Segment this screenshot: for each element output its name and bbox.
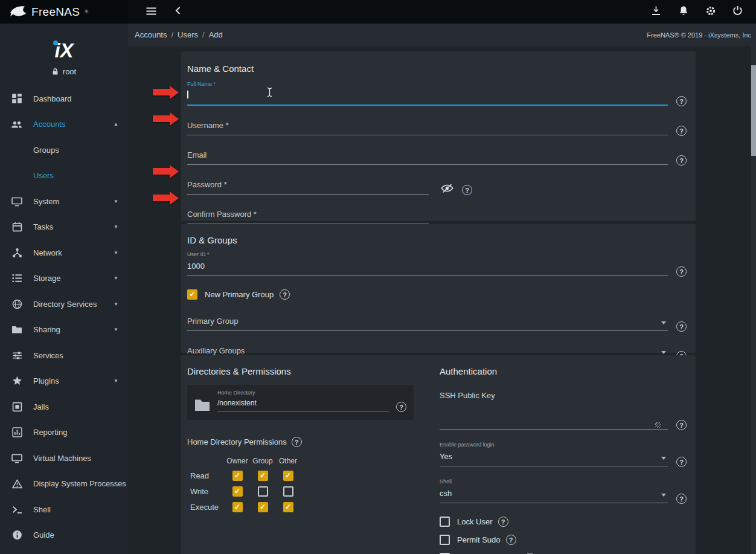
power-icon (732, 5, 743, 18)
sidebar-item-virtual-machines[interactable]: Virtual Machines (0, 445, 128, 471)
username-input[interactable]: Username * (187, 120, 668, 135)
full-name-label: Full Name * (187, 81, 668, 87)
gear-icon (705, 5, 716, 18)
sidebar-item-label: Virtual Machines (33, 454, 118, 463)
sidebar-menu: DashboardAccounts▲GroupsUsersSystem▼Task… (0, 86, 128, 548)
perm-execute-other-checkbox[interactable] (283, 502, 293, 512)
primary-group-select[interactable]: Primary Group (187, 315, 668, 331)
sidebar-item-storage[interactable]: Storage▼ (0, 266, 128, 292)
permit-sudo-checkbox[interactable] (440, 535, 450, 545)
chevron-down-icon: ▼ (114, 327, 118, 332)
sidebar-item-label: System (33, 197, 114, 206)
text-caret (187, 91, 188, 98)
sidebar-item-label: Network (33, 248, 114, 257)
checkbox-label: Permit Sudo (457, 535, 501, 544)
enable-password-login-select[interactable]: Enable password login Yes (440, 442, 668, 466)
username-label: Username * (187, 121, 229, 130)
sidebar-item-label: Dashboard (33, 94, 118, 103)
help-icon[interactable] (676, 420, 687, 430)
sidebar-item-display-system-processes[interactable]: Display System Processes (0, 471, 128, 497)
toggle-password-visibility-button[interactable] (441, 183, 453, 195)
help-icon[interactable] (506, 535, 516, 545)
power-button[interactable] (724, 5, 751, 18)
full-name-input[interactable]: Full Name * (187, 81, 668, 106)
resize-grip-icon[interactable] (655, 422, 661, 428)
perm-execute-group-checkbox[interactable] (258, 502, 268, 512)
help-icon[interactable] (498, 517, 508, 527)
sidebar-item-network[interactable]: Network▼ (0, 240, 128, 266)
sidebar-item-services[interactable]: Services (0, 343, 128, 369)
chevron-down-icon: ▼ (114, 224, 118, 230)
perm-read-other-checkbox[interactable] (283, 471, 293, 481)
user-id-label: User ID * (187, 251, 668, 257)
perm-write-group-checkbox[interactable] (258, 486, 268, 497)
help-icon[interactable] (396, 402, 406, 412)
settings-button[interactable] (697, 5, 724, 18)
perm-write-other-checkbox[interactable] (283, 486, 293, 497)
confirm-password-input[interactable]: Confirm Password * (187, 208, 429, 224)
breadcrumb-accounts[interactable]: Accounts (135, 30, 167, 39)
perm-read-owner-checkbox[interactable] (232, 471, 243, 481)
scrollbar-thumb[interactable] (751, 65, 756, 156)
system-update-button[interactable] (642, 5, 670, 18)
monitor-icon (11, 195, 23, 207)
user-id-input[interactable]: User ID * 1000 (187, 251, 668, 276)
sidebar-item-reporting[interactable]: Reporting (0, 420, 128, 446)
perm-write-owner-checkbox[interactable] (232, 486, 243, 497)
dropdown-caret-icon (661, 351, 666, 354)
auxiliary-groups-label: Auxiliary Groups (187, 346, 245, 355)
email-label: Email (187, 150, 207, 159)
lock-user-checkbox[interactable] (440, 517, 450, 527)
sidebar-item-sharing[interactable]: Sharing▼ (0, 317, 128, 343)
sidebar-item-shell[interactable]: Shell (0, 497, 128, 523)
copyright-text: FreeNAS® © 2019 - iXsystems, Inc (647, 31, 751, 39)
sidebar-item-label: Directory Services (33, 300, 114, 309)
perm-execute-owner-checkbox[interactable] (232, 502, 243, 512)
sidebar-item-plugins[interactable]: Plugins▼ (0, 369, 128, 395)
sidebar-item-label: Guide (33, 530, 118, 540)
username-text: root (63, 67, 76, 76)
help-icon[interactable] (292, 437, 302, 447)
sidebar-item-tasks[interactable]: Tasks▼ (0, 214, 128, 240)
menu-toggle-button[interactable] (139, 7, 163, 18)
help-icon[interactable] (676, 494, 687, 504)
new-primary-group-checkbox[interactable] (187, 289, 197, 300)
sidebar-item-label: Sharing (33, 325, 114, 334)
processes-icon (11, 478, 23, 490)
help-icon[interactable] (280, 289, 290, 300)
help-icon[interactable] (676, 96, 687, 106)
help-icon[interactable] (462, 185, 472, 195)
email-input[interactable]: Email (187, 149, 668, 165)
sidebar-item-accounts[interactable]: Accounts▲ (0, 112, 128, 138)
shell-select[interactable]: Shell csh (440, 478, 668, 503)
user-id-value: 1000 (187, 262, 205, 271)
sidebar-item-jails[interactable]: Jails (0, 394, 128, 420)
sidebar-item-label: Reporting (33, 428, 118, 437)
help-icon[interactable] (676, 266, 687, 277)
password-input[interactable]: Password * (187, 179, 429, 195)
lock-user-row: Lock User (440, 517, 687, 527)
help-icon[interactable] (676, 126, 687, 136)
authentication-column: Authentication SSH Public Key Enable pas… (440, 366, 687, 554)
help-icon[interactable] (676, 155, 687, 166)
notifications-button[interactable] (670, 5, 697, 18)
home-directory-input[interactable]: /nonexistent (217, 397, 389, 411)
breadcrumb-users[interactable]: Users (178, 30, 198, 39)
sidebar-item-dashboard[interactable]: Dashboard (0, 86, 128, 112)
sidebar-item-system[interactable]: System▼ (0, 188, 128, 214)
folder-icon[interactable] (194, 399, 210, 411)
hamburger-icon (146, 7, 157, 18)
vm-icon (11, 452, 23, 464)
sidebar-item-users[interactable]: Users (0, 163, 128, 189)
directories-authentication-section: Directories & Permissions Home Directory… (181, 355, 696, 554)
help-icon[interactable] (676, 457, 687, 467)
help-icon[interactable] (676, 321, 687, 332)
annotation-arrow (153, 168, 170, 175)
new-primary-group-label: New Primary Group (205, 290, 274, 299)
perm-read-group-checkbox[interactable] (258, 471, 268, 481)
sidebar-item-groups[interactable]: Groups (0, 137, 128, 163)
sidebar-item-guide[interactable]: Guide (0, 523, 128, 549)
collapse-nav-button[interactable] (165, 7, 190, 16)
ssh-public-key-textarea[interactable] (440, 401, 668, 430)
sidebar-item-directory-services[interactable]: Directory Services▼ (0, 291, 128, 317)
